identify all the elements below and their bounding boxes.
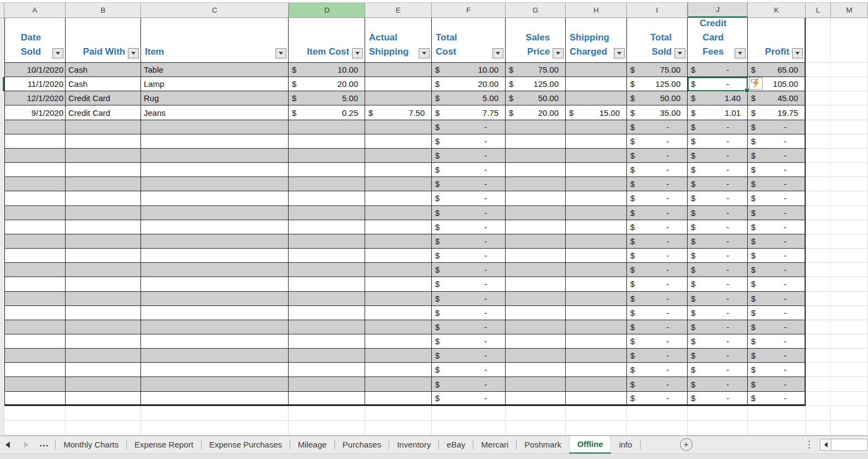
cell-C-row24[interactable]: [141, 392, 289, 406]
cell-E-row17[interactable]: [365, 292, 432, 306]
cell-J-row6[interactable]: $-: [688, 134, 748, 149]
empty-cell-L[interactable]: [806, 249, 831, 263]
cell-A-row24[interactable]: [4, 392, 66, 406]
cell-F-row3[interactable]: $5.00: [432, 91, 506, 105]
cell-G-row19[interactable]: [506, 320, 566, 334]
cell-I-row14[interactable]: $-: [627, 249, 688, 263]
empty-cell[interactable]: [748, 406, 806, 421]
empty-cell[interactable]: [831, 421, 868, 436]
cell-F-row21[interactable]: $-: [432, 349, 506, 363]
cell-J-row21[interactable]: $-: [688, 349, 748, 363]
cell-K-row4[interactable]: $19.75: [748, 105, 806, 120]
table-header-total-sold[interactable]: Total Sold: [627, 18, 688, 63]
cell-B-row23[interactable]: [66, 377, 141, 391]
cell-A-row9[interactable]: [4, 177, 66, 191]
cell-D-row13[interactable]: [289, 234, 365, 249]
cell-B-row24[interactable]: [66, 392, 141, 406]
empty-cell-L[interactable]: [806, 149, 831, 163]
cell-H-row19[interactable]: [566, 320, 627, 334]
cell-E-row3[interactable]: [365, 91, 432, 105]
cell-I-row15[interactable]: $-: [627, 263, 688, 277]
cell-G-row2[interactable]: $125.00: [506, 77, 566, 91]
cell-A-row7[interactable]: [4, 149, 66, 163]
cell-D-row9[interactable]: [289, 177, 365, 191]
column-header-G[interactable]: G: [506, 3, 566, 17]
table-header-credit-card-fees[interactable]: Credit Card Fees: [688, 18, 748, 63]
empty-cell[interactable]: [506, 406, 566, 421]
column-header-I[interactable]: I: [627, 3, 688, 17]
cell-H-row16[interactable]: [566, 277, 627, 291]
cell-K-row13[interactable]: $-: [748, 234, 806, 249]
empty-cell[interactable]: [688, 406, 748, 421]
cell-J-row2[interactable]: $-: [688, 77, 748, 91]
empty-cell-M[interactable]: [831, 77, 868, 91]
cell-B-row6[interactable]: [66, 134, 141, 149]
cell-A-row3[interactable]: 12/1/2020: [4, 91, 66, 105]
cell-D-row3[interactable]: $5.00: [289, 91, 365, 105]
cell-D-row8[interactable]: [289, 163, 365, 177]
column-header-K[interactable]: K: [748, 3, 806, 17]
cell-G-row24[interactable]: [506, 392, 566, 406]
cell-H-row17[interactable]: [566, 292, 627, 306]
cell-A-row5[interactable]: [4, 120, 66, 134]
column-header-A[interactable]: A: [4, 3, 66, 17]
cell-D-row12[interactable]: [289, 220, 365, 234]
cell-A-row15[interactable]: [4, 263, 66, 277]
cell-I-row4[interactable]: $35.00: [627, 105, 688, 120]
empty-cell-M[interactable]: [831, 334, 868, 349]
cell-A-row17[interactable]: [4, 292, 66, 306]
empty-cell-L[interactable]: [806, 334, 831, 349]
cell-F-row18[interactable]: $-: [432, 306, 506, 320]
cell-J-row22[interactable]: $-: [688, 363, 748, 377]
cell-J-row18[interactable]: $-: [688, 306, 748, 320]
empty-cell[interactable]: [688, 421, 748, 436]
cell-F-row20[interactable]: $-: [432, 334, 506, 349]
cell-K-row12[interactable]: $-: [748, 220, 806, 234]
cell-E-row9[interactable]: [365, 177, 432, 191]
cell-I-row18[interactable]: $-: [627, 306, 688, 320]
empty-cell[interactable]: [141, 421, 289, 436]
cell-F-row17[interactable]: $-: [432, 292, 506, 306]
cell-K-row16[interactable]: $-: [748, 277, 806, 291]
empty-cell[interactable]: [365, 421, 432, 436]
cell-C-row22[interactable]: [141, 363, 289, 377]
cell-G-row14[interactable]: [506, 249, 566, 263]
empty-cell-M[interactable]: [831, 249, 868, 263]
flash-fill-options-button[interactable]: [749, 77, 763, 90]
cell-G-row18[interactable]: [506, 306, 566, 320]
cell-J-row1[interactable]: $-: [688, 63, 748, 77]
cell-A-row20[interactable]: [4, 334, 66, 349]
filter-dropdown-button[interactable]: [614, 48, 625, 58]
empty-cell-M[interactable]: [831, 349, 868, 363]
empty-cell[interactable]: [365, 406, 432, 421]
empty-cell[interactable]: [4, 406, 66, 421]
cell-A-row8[interactable]: [4, 163, 66, 177]
cell-G-row17[interactable]: [506, 292, 566, 306]
cell-J-row3[interactable]: $1.40: [688, 91, 748, 105]
cell-C-row10[interactable]: [141, 191, 289, 205]
cell-C-row13[interactable]: [141, 234, 289, 249]
cell-J-row14[interactable]: $-: [688, 249, 748, 263]
cell-D-row11[interactable]: [289, 206, 365, 220]
cell-B-row8[interactable]: [66, 163, 141, 177]
cell-I-row12[interactable]: $-: [627, 220, 688, 234]
cell-D-row20[interactable]: [289, 334, 365, 349]
cell-K-row3[interactable]: $45.00: [748, 91, 806, 105]
cell-E-row5[interactable]: [365, 120, 432, 134]
cell-J-row8[interactable]: $-: [688, 163, 748, 177]
sheet-tab-offline[interactable]: Offline: [569, 436, 612, 454]
cell-D-row16[interactable]: [289, 277, 365, 291]
empty-cell[interactable]: [141, 406, 289, 421]
cell-I-row21[interactable]: $-: [627, 349, 688, 363]
filter-dropdown-button[interactable]: [128, 48, 139, 58]
cell-C-row8[interactable]: [141, 163, 289, 177]
cell-C-row3[interactable]: Rug: [141, 91, 289, 105]
empty-cell-L[interactable]: [806, 263, 831, 277]
cell-D-row1[interactable]: $10.00: [289, 63, 365, 77]
empty-cell-L[interactable]: [806, 105, 831, 120]
cell-B-row4[interactable]: Credit Card: [66, 105, 141, 120]
cell-D-row4[interactable]: $0.25: [289, 105, 365, 120]
empty-cell-L[interactable]: [806, 306, 831, 320]
cell-F-row15[interactable]: $-: [432, 263, 506, 277]
cell-K-row6[interactable]: $-: [748, 134, 806, 149]
